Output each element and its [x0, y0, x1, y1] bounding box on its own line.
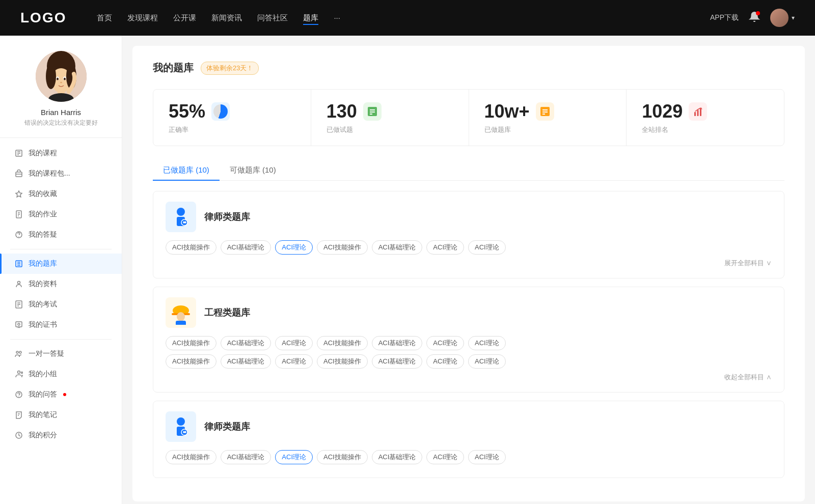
sidebar-item-package[interactable]: 我的课程包...	[0, 163, 122, 184]
sidebar-label-info: 我的资料	[29, 279, 57, 289]
tag-2b-4[interactable]: ACI基础理论	[372, 354, 423, 369]
nav-links: 首页 发现课程 公开课 新闻资讯 问答社区 题库 ···	[97, 11, 690, 25]
sidebar-label-points: 我的积分	[29, 431, 57, 440]
tag-3-6[interactable]: ACI理论	[468, 450, 506, 464]
svg-marker-18	[16, 191, 22, 197]
tag-1-6[interactable]: ACI理论	[468, 240, 506, 255]
tag-3-1[interactable]: ACI基础理论	[221, 450, 271, 464]
profile-motto: 错误的决定比没有决定要好	[24, 119, 98, 127]
star-icon	[14, 189, 23, 199]
svg-point-11	[60, 82, 62, 83]
question-icon	[14, 390, 23, 399]
nav-qbank[interactable]: 题库	[303, 11, 318, 25]
sidebar-label-cert: 我的证书	[29, 320, 57, 329]
stat-done-b-label: 已做题库	[484, 125, 611, 134]
qbank-tags-2b: ACI技能操作 ACI基础理论 ACI理论 ACI技能操作 ACI基础理论 AC…	[166, 354, 772, 369]
tab-done[interactable]: 已做题库 (10)	[153, 160, 220, 180]
svg-point-67	[177, 417, 185, 426]
qbank-card-engineer: 工程类题库 ACI技能操作 ACI基础理论 ACI理论 ACI技能操作 ACI基…	[153, 287, 784, 393]
main-content: 我的题库 体验剩余23天！ 55% 正确率 130	[132, 46, 805, 501]
tag-3-0[interactable]: ACI技能操作	[166, 450, 216, 464]
tag-2-0[interactable]: ACI技能操作	[166, 336, 216, 350]
nav-home[interactable]: 首页	[97, 11, 112, 25]
svg-point-41	[21, 372, 23, 374]
tag-2b-0[interactable]: ACI技能操作	[166, 354, 216, 369]
sidebar-item-collect[interactable]: 我的收藏	[0, 184, 122, 204]
tag-2-5[interactable]: ACI理论	[426, 336, 464, 350]
tag-2b-3[interactable]: ACI技能操作	[317, 354, 368, 369]
sidebar-label-qa: 我的答疑	[29, 230, 57, 239]
stats-row: 55% 正确率 130	[153, 89, 784, 146]
tabs-row: 已做题库 (10) 可做题库 (10)	[153, 160, 784, 181]
exam-icon	[14, 300, 23, 309]
sidebar-item-homework[interactable]: 我的作业	[0, 204, 122, 225]
nav-discover[interactable]: 发现课程	[127, 11, 158, 25]
homework-icon	[14, 210, 23, 219]
tag-3-2[interactable]: ACI理论	[275, 450, 313, 464]
tag-2-6[interactable]: ACI理论	[468, 336, 506, 350]
user-avatar-menu[interactable]: ▾	[770, 9, 795, 27]
tag-3-5[interactable]: ACI理论	[426, 450, 464, 464]
expand-link-2[interactable]: 收起全部科目 ∧	[166, 373, 772, 382]
nav-open-course[interactable]: 公开课	[173, 11, 196, 25]
expand-link-1[interactable]: 展开全部科目 ∨	[166, 259, 772, 268]
notification-dot	[756, 11, 760, 15]
sidebar-item-exam[interactable]: 我的考试	[0, 294, 122, 315]
engineer-icon	[166, 297, 196, 328]
package-icon	[14, 169, 23, 178]
nav-news[interactable]: 新闻资讯	[211, 11, 242, 25]
stat-done-b-value: 10w+	[484, 101, 530, 122]
sidebar-item-info[interactable]: 我的资料	[0, 274, 122, 294]
svg-point-65	[177, 312, 185, 321]
tag-1-1[interactable]: ACI基础理论	[221, 240, 271, 255]
notes-icon	[14, 410, 23, 419]
svg-point-3	[46, 64, 56, 89]
stat-done-q-label: 已做试题	[327, 125, 453, 134]
stat-done-questions: 130 已做试题	[311, 90, 469, 146]
sidebar-item-group[interactable]: 我的小组	[0, 364, 122, 384]
sidebar-label-homework: 我的作业	[29, 210, 57, 219]
tag-2b-6[interactable]: ACI理论	[468, 354, 506, 369]
sidebar-label-collect: 我的收藏	[29, 189, 57, 199]
qbank-icon	[14, 259, 23, 268]
qbank-title-3: 律师类题库	[204, 421, 250, 433]
chevron-down-icon: ▾	[792, 14, 795, 21]
tab-available[interactable]: 可做题库 (10)	[220, 160, 286, 180]
sidebar-item-qa[interactable]: 我的答疑	[0, 225, 122, 245]
sidebar-item-oneone[interactable]: 一对一答疑	[0, 344, 122, 364]
sidebar-item-cert[interactable]: 我的证书	[0, 315, 122, 335]
tag-3-4[interactable]: ACI基础理论	[372, 450, 423, 464]
tag-1-5[interactable]: ACI理论	[426, 240, 464, 255]
tag-2-2[interactable]: ACI理论	[275, 336, 313, 350]
tag-3-3[interactable]: ACI技能操作	[317, 450, 368, 464]
sidebar-item-points[interactable]: 我的积分	[0, 425, 122, 445]
tag-1-2[interactable]: ACI理论	[275, 240, 313, 255]
app-download-link[interactable]: APP下载	[710, 13, 739, 22]
nav-more[interactable]: ···	[334, 11, 340, 25]
top-navigation: LOGO 首页 发现课程 公开课 新闻资讯 问答社区 题库 ··· APP下载 …	[0, 0, 815, 36]
tag-1-3[interactable]: ACI技能操作	[317, 240, 368, 255]
qbank-card-lawyer1: 律师类题库 ACI技能操作 ACI基础理论 ACI理论 ACI技能操作 ACI基…	[153, 191, 784, 278]
tag-2-1[interactable]: ACI基础理论	[221, 336, 271, 350]
lawyer-icon-1	[166, 202, 196, 232]
svg-rect-57	[700, 108, 701, 116]
course-icon	[14, 149, 23, 158]
stat-accuracy-value: 55%	[169, 101, 205, 122]
sidebar-item-course[interactable]: 我的课程	[0, 143, 122, 163]
notification-bell[interactable]	[749, 11, 760, 24]
tag-2b-2[interactable]: ACI理论	[275, 354, 313, 369]
tag-2b-5[interactable]: ACI理论	[426, 354, 464, 369]
nav-qa[interactable]: 问答社区	[257, 11, 288, 25]
tag-1-4[interactable]: ACI基础理论	[372, 240, 423, 255]
tag-2-3[interactable]: ACI技能操作	[317, 336, 368, 350]
trial-badge: 体验剩余23天！	[201, 62, 259, 75]
sidebar-item-qbank[interactable]: 我的题库	[0, 254, 122, 274]
tag-1-0[interactable]: ACI技能操作	[166, 240, 216, 255]
sidebar-item-question[interactable]: 我的问答	[0, 384, 122, 405]
qbank-title-1: 律师类题库	[204, 211, 250, 223]
stat-accuracy: 55% 正确率	[153, 90, 311, 146]
sidebar-item-notes[interactable]: 我的笔记	[0, 405, 122, 425]
tag-2-4[interactable]: ACI基础理论	[372, 336, 423, 350]
tag-2b-1[interactable]: ACI基础理论	[221, 354, 271, 369]
profile-name: Brian Harris	[41, 108, 81, 117]
